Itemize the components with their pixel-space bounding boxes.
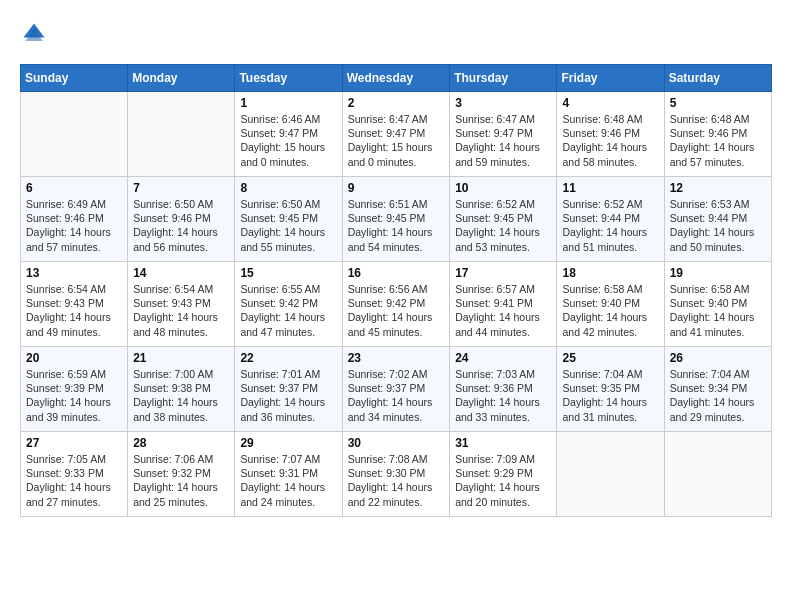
calendar-cell [21,92,128,177]
day-number: 20 [26,351,122,365]
day-info: Sunrise: 6:46 AM Sunset: 9:47 PM Dayligh… [240,112,336,169]
calendar-cell: 5Sunrise: 6:48 AM Sunset: 9:46 PM Daylig… [664,92,771,177]
calendar-cell: 21Sunrise: 7:00 AM Sunset: 9:38 PM Dayli… [128,347,235,432]
calendar-cell: 7Sunrise: 6:50 AM Sunset: 9:46 PM Daylig… [128,177,235,262]
day-info: Sunrise: 6:52 AM Sunset: 9:44 PM Dayligh… [562,197,658,254]
calendar-cell: 12Sunrise: 6:53 AM Sunset: 9:44 PM Dayli… [664,177,771,262]
col-header-sunday: Sunday [21,65,128,92]
calendar-cell: 20Sunrise: 6:59 AM Sunset: 9:39 PM Dayli… [21,347,128,432]
day-number: 21 [133,351,229,365]
day-number: 31 [455,436,551,450]
day-number: 29 [240,436,336,450]
day-info: Sunrise: 6:57 AM Sunset: 9:41 PM Dayligh… [455,282,551,339]
calendar-cell [128,92,235,177]
calendar-cell: 8Sunrise: 6:50 AM Sunset: 9:45 PM Daylig… [235,177,342,262]
page-header [20,20,772,48]
calendar-cell: 24Sunrise: 7:03 AM Sunset: 9:36 PM Dayli… [450,347,557,432]
day-info: Sunrise: 6:48 AM Sunset: 9:46 PM Dayligh… [670,112,766,169]
day-number: 17 [455,266,551,280]
day-number: 5 [670,96,766,110]
day-number: 1 [240,96,336,110]
day-number: 18 [562,266,658,280]
day-info: Sunrise: 7:04 AM Sunset: 9:34 PM Dayligh… [670,367,766,424]
day-number: 15 [240,266,336,280]
calendar-cell: 29Sunrise: 7:07 AM Sunset: 9:31 PM Dayli… [235,432,342,517]
day-info: Sunrise: 6:52 AM Sunset: 9:45 PM Dayligh… [455,197,551,254]
day-info: Sunrise: 6:47 AM Sunset: 9:47 PM Dayligh… [455,112,551,169]
day-info: Sunrise: 7:05 AM Sunset: 9:33 PM Dayligh… [26,452,122,509]
day-number: 11 [562,181,658,195]
calendar-cell: 6Sunrise: 6:49 AM Sunset: 9:46 PM Daylig… [21,177,128,262]
day-info: Sunrise: 6:49 AM Sunset: 9:46 PM Dayligh… [26,197,122,254]
calendar-cell: 11Sunrise: 6:52 AM Sunset: 9:44 PM Dayli… [557,177,664,262]
day-number: 12 [670,181,766,195]
day-number: 22 [240,351,336,365]
calendar-cell: 13Sunrise: 6:54 AM Sunset: 9:43 PM Dayli… [21,262,128,347]
day-info: Sunrise: 6:58 AM Sunset: 9:40 PM Dayligh… [562,282,658,339]
calendar-week-row: 20Sunrise: 6:59 AM Sunset: 9:39 PM Dayli… [21,347,772,432]
calendar-cell: 30Sunrise: 7:08 AM Sunset: 9:30 PM Dayli… [342,432,450,517]
day-number: 8 [240,181,336,195]
calendar-header-row: SundayMondayTuesdayWednesdayThursdayFrid… [21,65,772,92]
col-header-thursday: Thursday [450,65,557,92]
day-number: 13 [26,266,122,280]
day-info: Sunrise: 7:09 AM Sunset: 9:29 PM Dayligh… [455,452,551,509]
day-info: Sunrise: 6:47 AM Sunset: 9:47 PM Dayligh… [348,112,445,169]
day-number: 7 [133,181,229,195]
day-number: 9 [348,181,445,195]
calendar-cell: 3Sunrise: 6:47 AM Sunset: 9:47 PM Daylig… [450,92,557,177]
col-header-wednesday: Wednesday [342,65,450,92]
calendar-cell: 16Sunrise: 6:56 AM Sunset: 9:42 PM Dayli… [342,262,450,347]
col-header-saturday: Saturday [664,65,771,92]
day-info: Sunrise: 6:54 AM Sunset: 9:43 PM Dayligh… [26,282,122,339]
calendar-table: SundayMondayTuesdayWednesdayThursdayFrid… [20,64,772,517]
col-header-tuesday: Tuesday [235,65,342,92]
calendar-cell: 9Sunrise: 6:51 AM Sunset: 9:45 PM Daylig… [342,177,450,262]
day-number: 27 [26,436,122,450]
day-info: Sunrise: 6:55 AM Sunset: 9:42 PM Dayligh… [240,282,336,339]
day-info: Sunrise: 6:50 AM Sunset: 9:46 PM Dayligh… [133,197,229,254]
day-info: Sunrise: 7:08 AM Sunset: 9:30 PM Dayligh… [348,452,445,509]
calendar-cell: 4Sunrise: 6:48 AM Sunset: 9:46 PM Daylig… [557,92,664,177]
day-info: Sunrise: 6:56 AM Sunset: 9:42 PM Dayligh… [348,282,445,339]
calendar-week-row: 27Sunrise: 7:05 AM Sunset: 9:33 PM Dayli… [21,432,772,517]
day-info: Sunrise: 7:00 AM Sunset: 9:38 PM Dayligh… [133,367,229,424]
day-number: 3 [455,96,551,110]
calendar-cell: 17Sunrise: 6:57 AM Sunset: 9:41 PM Dayli… [450,262,557,347]
calendar-week-row: 1Sunrise: 6:46 AM Sunset: 9:47 PM Daylig… [21,92,772,177]
calendar-cell: 1Sunrise: 6:46 AM Sunset: 9:47 PM Daylig… [235,92,342,177]
day-number: 28 [133,436,229,450]
calendar-cell: 25Sunrise: 7:04 AM Sunset: 9:35 PM Dayli… [557,347,664,432]
day-number: 2 [348,96,445,110]
day-number: 25 [562,351,658,365]
calendar-cell: 10Sunrise: 6:52 AM Sunset: 9:45 PM Dayli… [450,177,557,262]
day-number: 19 [670,266,766,280]
calendar-week-row: 13Sunrise: 6:54 AM Sunset: 9:43 PM Dayli… [21,262,772,347]
calendar-cell: 31Sunrise: 7:09 AM Sunset: 9:29 PM Dayli… [450,432,557,517]
calendar-cell: 26Sunrise: 7:04 AM Sunset: 9:34 PM Dayli… [664,347,771,432]
day-number: 16 [348,266,445,280]
day-number: 30 [348,436,445,450]
day-number: 14 [133,266,229,280]
day-info: Sunrise: 6:58 AM Sunset: 9:40 PM Dayligh… [670,282,766,339]
col-header-friday: Friday [557,65,664,92]
calendar-cell: 23Sunrise: 7:02 AM Sunset: 9:37 PM Dayli… [342,347,450,432]
day-number: 6 [26,181,122,195]
day-number: 24 [455,351,551,365]
day-info: Sunrise: 6:53 AM Sunset: 9:44 PM Dayligh… [670,197,766,254]
calendar-cell: 18Sunrise: 6:58 AM Sunset: 9:40 PM Dayli… [557,262,664,347]
calendar-cell: 19Sunrise: 6:58 AM Sunset: 9:40 PM Dayli… [664,262,771,347]
day-info: Sunrise: 7:01 AM Sunset: 9:37 PM Dayligh… [240,367,336,424]
calendar-cell: 2Sunrise: 6:47 AM Sunset: 9:47 PM Daylig… [342,92,450,177]
day-info: Sunrise: 7:07 AM Sunset: 9:31 PM Dayligh… [240,452,336,509]
calendar-cell: 22Sunrise: 7:01 AM Sunset: 9:37 PM Dayli… [235,347,342,432]
day-info: Sunrise: 7:02 AM Sunset: 9:37 PM Dayligh… [348,367,445,424]
day-info: Sunrise: 6:50 AM Sunset: 9:45 PM Dayligh… [240,197,336,254]
calendar-cell [557,432,664,517]
day-info: Sunrise: 6:48 AM Sunset: 9:46 PM Dayligh… [562,112,658,169]
calendar-cell: 14Sunrise: 6:54 AM Sunset: 9:43 PM Dayli… [128,262,235,347]
day-number: 23 [348,351,445,365]
day-number: 4 [562,96,658,110]
day-info: Sunrise: 6:54 AM Sunset: 9:43 PM Dayligh… [133,282,229,339]
day-number: 10 [455,181,551,195]
